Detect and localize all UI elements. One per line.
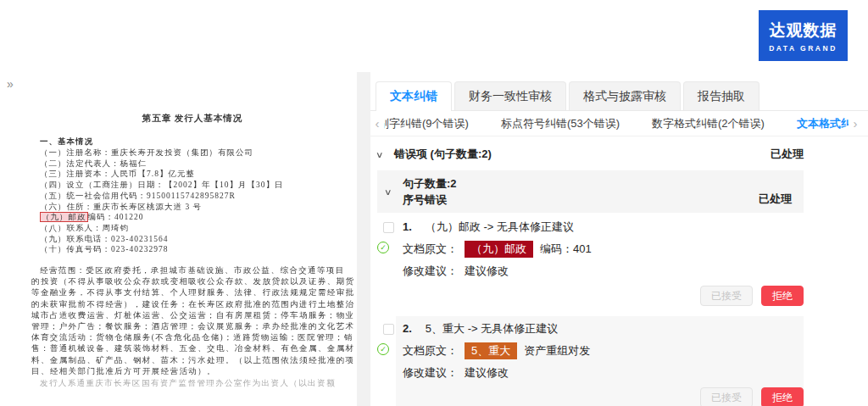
error-highlight-chip: 5、重大 <box>465 342 517 359</box>
document-section-heading: 一、基本情况 <box>31 136 353 147</box>
document-line: （八）联系人：周琦钧 <box>31 223 353 234</box>
subtab-next-icon[interactable]: › <box>849 116 862 131</box>
item-actions: 已接受 拒绝 <box>403 286 804 309</box>
item-suggestion-row: 修改建议： 建议修改 <box>403 264 804 279</box>
subtab-typo-errors[interactable]: 别字纠错(9个错误) <box>384 111 469 136</box>
source-label: 文档原文： <box>403 343 458 359</box>
document-line: （一）注册名称：重庆长寿开发投资（集团）有限公司 <box>31 147 353 159</box>
document-line: （三）注册资本：人民币【7.8】亿元整 <box>31 169 353 180</box>
document-line: （二）法定代表人：杨福仁 <box>31 159 353 170</box>
subtab-punctuation-errors[interactable]: 标点符号纠错(53个错误) <box>501 111 620 136</box>
document-page: 第五章 发行人基本情况 一、基本情况 （一）注册名称：重庆长寿开发投资（集团）有… <box>31 72 353 389</box>
review-panel: 文本纠错 财务一致性审核 格式与披露审核 报告抽取 ‹ 别字纠错(9个错误) 标… <box>370 72 868 406</box>
logo-subtitle: DATA GRAND <box>769 44 837 53</box>
item-checkbox[interactable] <box>383 324 394 335</box>
paragraph-line: 目、经相关部门批准后方可开展经营活动）。 <box>31 366 353 377</box>
paragraph-line: 的未获审批前不得经营），建设任务；在长寿区政府批准的范围内进行土地整治； <box>31 299 353 310</box>
main-tab-bar: 文本纠错 财务一致性审核 格式与披露审核 报告抽取 <box>370 82 868 111</box>
paragraph-line: 料、金属制品、矿产品、钢材、苗木；污水处理。（以上范围依法须经批准的项 <box>31 355 353 366</box>
error-highlight-box[interactable]: （九）邮政 <box>40 212 88 222</box>
document-line: （六）住所：重庆市长寿区桃源大道 3 号 <box>31 202 353 213</box>
check-circle-icon <box>377 242 389 253</box>
subtab-prev-icon[interactable]: ‹ <box>370 116 384 131</box>
group-error-type: 序号错误 <box>403 192 759 208</box>
chevron-down-icon[interactable]: ∨ <box>376 150 391 159</box>
item-index: 1. <box>403 220 412 233</box>
collapse-sidebar-icon[interactable]: » <box>7 77 14 91</box>
error-item: 2.5、重大 -> 无具体修正建议 文档原文： 5、重大 资产重组对发 修改建议… <box>377 314 804 406</box>
item-title: （九）邮政 -> 无具体修正建议 <box>426 220 574 233</box>
subtab-scroll-area: 别字纠错(9个错误) 标点符号纠错(53个错误) 数字格式纠错(2个错误) 文本… <box>384 111 849 136</box>
suggestion-text: 建议修改 <box>465 264 509 279</box>
group-sentence-count: 句子数量:2 <box>403 175 759 192</box>
error-section-title: 错误项 (句子数量:2) <box>394 147 771 162</box>
source-rest: 编码：401 <box>540 242 592 257</box>
item-index: 2. <box>403 322 412 335</box>
document-line: （九）联系电话：023-40231564 <box>31 234 353 245</box>
item-actions: 已接受 拒绝 <box>403 387 804 406</box>
tab-financial-consistency[interactable]: 财务一致性审核 <box>454 81 566 110</box>
error-section-header: ∨ 错误项 (句子数量:2) 已处理 <box>377 147 804 162</box>
subtab-text-format-errors[interactable]: 文本格式纠错(3个错误) <box>797 111 849 136</box>
item-source-row: 文档原文： 5、重大 资产重组对发 <box>403 342 804 359</box>
paragraph-line: 体育交流活动；货物仓储服务(不含危化品仓储)；道路货物运输；医院管理；销 <box>31 332 353 343</box>
group-status-badge: 已处理 <box>759 192 792 207</box>
item-title-row: 1.（九）邮政 -> 无具体修正建议 <box>403 220 804 235</box>
source-label: 文档原文： <box>403 242 458 257</box>
subtab-bar: ‹ 别字纠错(9个错误) 标点符号纠错(53个错误) 数字格式纠错(2个错误) … <box>370 111 868 136</box>
paragraph-line: 经营范围：受区政府委托，承担城市基础设施、市政公益、综合交通等项目 <box>31 265 353 276</box>
paragraph-line: 售：普通机械设备、建筑装饰材料、五金、交电、冶金材料、有色金属、金属材 <box>31 343 353 354</box>
source-rest: 资产重组对发 <box>524 343 590 359</box>
logo-title: 达观数据 <box>770 19 837 42</box>
suggestion-text: 建议修改 <box>465 365 509 381</box>
chevron-down-icon[interactable]: ∨ <box>384 187 399 197</box>
document-line-with-highlight: （九）邮政编码：401220 <box>31 212 353 223</box>
error-highlight-chip: （九）邮政 <box>465 241 533 258</box>
document-line: （五）统一社会信用代码：91500115742895827R <box>31 191 353 202</box>
app-window: 达观数据 DATA GRAND » 第五章 发行人基本情况 一、基本情况 （一）… <box>0 0 868 406</box>
reject-button[interactable]: 拒绝 <box>761 387 804 406</box>
paragraph-line: 管理；户外广告；餐饮服务；酒店管理；会议展览服务；承办经批准的文化艺术 <box>31 321 353 332</box>
paragraph-line: 的投资（不得从事吸收公众存款或变相吸收公众存款、发放贷款以及证券、期货 <box>31 276 353 287</box>
error-group-info: 句子数量:2 序号错误 <box>403 175 759 208</box>
document-line: （十）传真号码：023-40232978 <box>31 244 353 255</box>
paragraph-line: 城市占道收费运营、灯桩体运营、公交运营；自有房屋租赁；停车场服务；物业 <box>31 310 353 321</box>
tab-text-correction[interactable]: 文本纠错 <box>376 81 452 111</box>
datagrand-logo: 达观数据 DATA GRAND <box>759 10 848 61</box>
document-line: （四）设立（工商注册）日期：【2002】年【10】月【30】日 <box>31 180 353 191</box>
accepted-button[interactable]: 已接受 <box>700 286 753 306</box>
section-status-badge: 已处理 <box>771 147 804 162</box>
document-line-rest: 编码：401220 <box>88 213 144 221</box>
pane-divider <box>357 72 370 406</box>
error-group-card[interactable]: ∨ 句子数量:2 序号错误 已处理 <box>377 170 804 213</box>
item-title: 5、重大 -> 无具体修正建议 <box>426 322 558 335</box>
document-preview-pane: » 第五章 发行人基本情况 一、基本情况 （一）注册名称：重庆长寿开发投资（集团… <box>0 72 357 406</box>
check-circle-icon <box>377 343 389 355</box>
item-title-row: 2.5、重大 -> 无具体修正建议 <box>403 321 804 336</box>
error-item: 1.（九）邮政 -> 无具体修正建议 文档原文： （九）邮政 编码：401 修改… <box>377 213 804 314</box>
reject-button[interactable]: 拒绝 <box>761 286 804 306</box>
paragraph-line-partial: 发行人系通重庆市长寿区国有资产监督管理办公室作为出资人（以出资额 <box>31 378 353 389</box>
suggestion-label: 修改建议： <box>403 264 458 279</box>
subtab-number-format-errors[interactable]: 数字格式纠错(2个错误) <box>652 111 765 136</box>
accepted-button[interactable]: 已接受 <box>700 387 753 406</box>
business-scope-paragraph: 经营范围：受区政府委托，承担城市基础设施、市政公益、综合交通等项目 的投资（不得… <box>31 265 353 377</box>
document-chapter-title: 第五章 发行人基本情况 <box>31 113 353 125</box>
suggestion-label: 修改建议： <box>403 365 458 381</box>
tab-format-disclosure[interactable]: 格式与披露审核 <box>569 81 681 110</box>
item-checkbox[interactable] <box>383 222 394 233</box>
item-source-row: 文档原文： （九）邮政 编码：401 <box>403 241 804 258</box>
paragraph-line: 等金融业务，不得从事支付结算、个人理财服务、法律、行政法规规定需经审批 <box>31 287 353 298</box>
tab-report-extraction[interactable]: 报告抽取 <box>683 81 760 110</box>
item-suggestion-row: 修改建议： 建议修改 <box>403 365 804 381</box>
